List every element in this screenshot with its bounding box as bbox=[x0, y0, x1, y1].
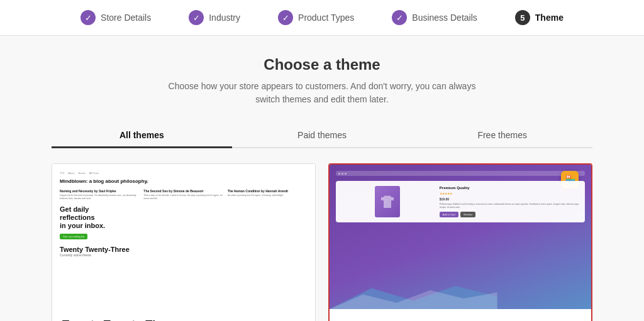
ttt-preview-visual: TT3 About Books All Posts Mindblown: a b… bbox=[52, 164, 315, 308]
step-business-details[interactable]: ✓ Business Details bbox=[392, 10, 477, 25]
tshirt-icon bbox=[381, 194, 394, 209]
ttt-columns: Naming and Necessity by Saul Kripke Impa… bbox=[60, 189, 308, 200]
sf-product-card: Premium Quality ★★★★★ $19.00 Pellentesqu… bbox=[336, 181, 585, 222]
ttt-header: TT3 About Books All Posts bbox=[60, 171, 308, 175]
theme-card-ttt: TT3 About Books All Posts Mindblown: a b… bbox=[52, 163, 316, 321]
tab-all-themes[interactable]: All themes bbox=[52, 124, 232, 148]
tab-paid-themes[interactable]: Paid themes bbox=[232, 124, 413, 148]
step-theme[interactable]: 5 Theme bbox=[515, 10, 564, 25]
sf-description: Pellentesque habitant morbi tristique se… bbox=[440, 203, 580, 209]
sf-product-image-col bbox=[341, 186, 435, 217]
theme-preview-storefront: 🏪 Premium Quality bbox=[330, 165, 591, 309]
ttt-theme-name: Twenty Twenty-Three bbox=[62, 318, 305, 321]
sf-rating: ★★★★★ bbox=[440, 192, 580, 195]
step-check-icon: ✓ bbox=[392, 10, 407, 25]
step-check-icon: ✓ bbox=[80, 10, 96, 25]
page-subtitle: Choose how your store appears to custome… bbox=[52, 80, 592, 106]
sf-action-buttons: Add to Cart Wishlist bbox=[440, 212, 580, 217]
step-check-icon: ✓ bbox=[189, 10, 204, 25]
step-store-details[interactable]: ✓ Store Details bbox=[80, 10, 151, 25]
sf-mountain-decoration bbox=[330, 284, 497, 309]
sf-wishlist-btn: Wishlist bbox=[460, 212, 475, 217]
sf-product-details-col: Premium Quality ★★★★★ $19.00 Pellentesqu… bbox=[440, 186, 580, 217]
stepper: ✓ Store Details ✓ Industry ✓ Product Typ… bbox=[0, 0, 644, 36]
step-product-types-label: Product Types bbox=[298, 13, 354, 23]
themes-grid: TT3 About Books All Posts Mindblown: a b… bbox=[52, 163, 592, 321]
sf-browser-bar bbox=[336, 171, 585, 176]
sf-dot-2 bbox=[341, 173, 343, 175]
sf-dot-3 bbox=[345, 173, 347, 175]
step-industry[interactable]: ✓ Industry bbox=[189, 10, 240, 25]
main-content: Choose a theme Choose how your store app… bbox=[39, 36, 605, 321]
ttt-subscribe-badge: Join our mailing list bbox=[60, 234, 87, 239]
step-business-details-label: Business Details bbox=[412, 13, 477, 23]
ttt-blog-title: Mindblown: a blog about philosophy. bbox=[60, 178, 308, 184]
step-store-details-label: Store Details bbox=[101, 13, 151, 23]
sf-price: $19.00 bbox=[440, 197, 580, 201]
step-industry-label: Industry bbox=[209, 13, 240, 23]
theme-card-storefront: 🏪 Premium Quality bbox=[328, 163, 592, 321]
step-check-icon: ✓ bbox=[278, 10, 293, 25]
page-title: Choose a theme bbox=[52, 56, 592, 73]
storefront-preview-visual: 🏪 Premium Quality bbox=[330, 165, 591, 309]
ttt-active-label-preview: Currently active theme bbox=[60, 253, 308, 257]
sf-product-title: Premium Quality bbox=[440, 186, 580, 190]
sf-dot-1 bbox=[338, 173, 340, 175]
tab-free-themes[interactable]: Free themes bbox=[412, 124, 592, 148]
theme-preview-ttt: TT3 About Books All Posts Mindblown: a b… bbox=[52, 164, 315, 308]
theme-tabs: All themes Paid themes Free themes bbox=[52, 124, 592, 148]
storefront-card-info: Storefront Free Choose Live demo bbox=[330, 309, 591, 321]
step-theme-label: Theme bbox=[535, 13, 564, 23]
step-product-types[interactable]: ✓ Product Types bbox=[278, 10, 354, 25]
step-number-badge: 5 bbox=[515, 10, 530, 25]
sf-product-image bbox=[375, 186, 400, 217]
ttt-card-info: Twenty Twenty-Three Currently active the… bbox=[52, 308, 315, 321]
ttt-main-text: Get dailyreflectionsin your inbox. bbox=[60, 205, 308, 231]
sf-add-to-cart-btn: Add to Cart bbox=[440, 212, 458, 217]
sf-card-wrapper: 🏪 Premium Quality bbox=[336, 181, 585, 222]
ttt-theme-name-preview: Twenty Twenty-Three bbox=[60, 246, 308, 253]
